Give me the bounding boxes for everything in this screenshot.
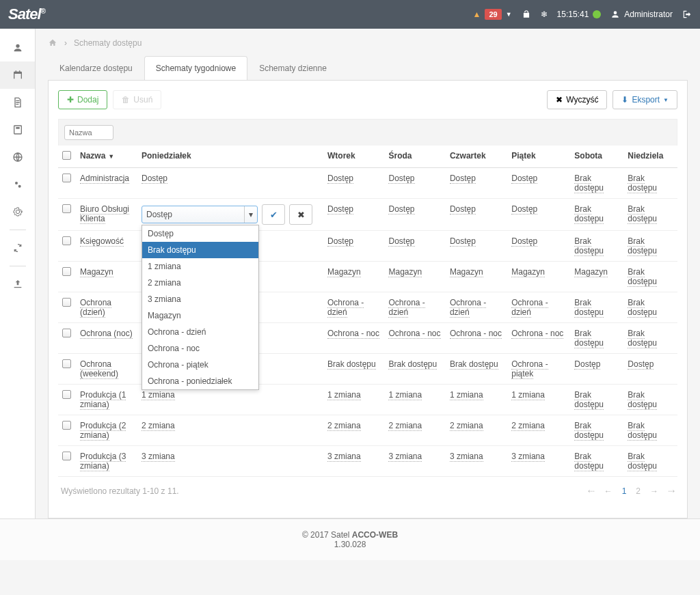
unlock-icon[interactable] bbox=[522, 10, 531, 19]
cell-thu[interactable]: Magazyn bbox=[450, 267, 483, 277]
col-wed[interactable]: Środa bbox=[384, 146, 445, 168]
cell-sun[interactable]: Dostęp bbox=[628, 359, 654, 370]
col-sat[interactable]: Sobota bbox=[570, 146, 623, 168]
cell-sun[interactable]: Brak dostępu bbox=[628, 298, 657, 318]
sidebar-config[interactable] bbox=[0, 198, 35, 225]
delete-button[interactable]: 🗑 Usuń bbox=[113, 90, 161, 109]
tab-weekly[interactable]: Schematy tygodniowe bbox=[144, 56, 247, 80]
pager-page-1[interactable]: 1 bbox=[622, 486, 627, 496]
cell-wed[interactable]: Brak dostępu bbox=[388, 359, 437, 370]
sidebar-users[interactable] bbox=[0, 34, 35, 61]
cell-sat[interactable]: Brak dostępu bbox=[574, 421, 604, 441]
clear-button[interactable]: ✖ Wyczyść bbox=[547, 90, 607, 109]
cell-thu[interactable]: Dostęp bbox=[450, 204, 476, 215]
cell-name[interactable]: Ochrona (noc) bbox=[80, 329, 133, 339]
cell-tue[interactable]: Dostęp bbox=[327, 204, 353, 215]
sidebar-upload[interactable] bbox=[0, 271, 35, 298]
cell-fri[interactable]: Magazyn bbox=[511, 267, 545, 277]
pager-prev-icon[interactable]: ← bbox=[604, 486, 612, 496]
cell-tue[interactable]: Magazyn bbox=[327, 267, 361, 277]
export-button[interactable]: ⬇ Eksport ▼ bbox=[612, 90, 677, 109]
row-checkbox[interactable] bbox=[62, 359, 71, 368]
cell-mon[interactable]: 1 zmiana bbox=[142, 390, 175, 400]
row-checkbox[interactable] bbox=[62, 329, 71, 337]
col-thu[interactable]: Czwartek bbox=[446, 146, 507, 168]
tab-calendars[interactable]: Kalendarze dostępu bbox=[48, 56, 144, 80]
col-fri[interactable]: Piątek bbox=[507, 146, 570, 168]
row-checkbox[interactable] bbox=[62, 174, 71, 182]
pager-page-2[interactable]: 2 bbox=[636, 486, 641, 496]
row-checkbox[interactable] bbox=[62, 390, 71, 399]
cell-thu[interactable]: Ochrona - noc bbox=[450, 329, 502, 339]
logout-button[interactable] bbox=[682, 10, 692, 19]
cell-name[interactable]: Produkcja (2 zmiana) bbox=[80, 421, 126, 441]
cell-tue[interactable]: 1 zmiana bbox=[327, 390, 361, 400]
home-icon[interactable] bbox=[48, 38, 57, 48]
cancel-button[interactable]: ✖ bbox=[289, 204, 312, 225]
pager-last-icon[interactable]: ⤏ bbox=[668, 486, 675, 496]
pager-next-icon[interactable]: → bbox=[650, 486, 658, 496]
cell-name[interactable]: Księgowość bbox=[80, 236, 124, 247]
cell-thu[interactable]: Brak dostępu bbox=[450, 359, 498, 370]
dropdown-option[interactable]: Dostęp bbox=[142, 225, 258, 242]
cell-wed[interactable]: Ochrona - noc bbox=[388, 329, 440, 339]
dropdown-option[interactable]: Magazyn bbox=[142, 307, 258, 324]
cell-sat[interactable]: Brak dostępu bbox=[574, 329, 604, 348]
dropdown-option[interactable]: Ochrona - piątek bbox=[142, 357, 258, 373]
cell-thu[interactable]: 3 zmiana bbox=[450, 452, 483, 462]
cell-thu[interactable]: Dostęp bbox=[450, 174, 476, 184]
col-name[interactable]: Nazwa▼ bbox=[76, 146, 137, 168]
cell-thu[interactable]: 1 zmiana bbox=[450, 390, 483, 400]
cell-wed[interactable]: 1 zmiana bbox=[388, 390, 422, 400]
cell-thu[interactable]: Ochrona - dzień bbox=[450, 298, 486, 318]
cell-tue[interactable]: Brak dostępu bbox=[327, 359, 376, 370]
row-checkbox[interactable] bbox=[62, 204, 71, 213]
cell-wed[interactable]: Magazyn bbox=[388, 267, 422, 277]
select-all-checkbox[interactable] bbox=[62, 151, 71, 160]
cell-wed[interactable]: 2 zmiana bbox=[388, 421, 422, 431]
cell-sun[interactable]: Brak dostępu bbox=[628, 421, 657, 441]
cell-tue[interactable]: Ochrona - dzień bbox=[327, 298, 364, 318]
cell-sun[interactable]: Brak dostępu bbox=[628, 267, 657, 287]
cell-name[interactable]: Ochrona (weekend) bbox=[80, 359, 118, 379]
cell-thu[interactable]: 2 zmiana bbox=[450, 421, 483, 431]
row-checkbox[interactable] bbox=[62, 452, 71, 460]
cell-mon[interactable]: 2 zmiana bbox=[142, 421, 175, 431]
cell-wed[interactable]: Dostęp bbox=[388, 204, 414, 215]
cell-sat[interactable]: Magazyn bbox=[574, 267, 608, 277]
cell-name[interactable]: Produkcja (3 zmiana) bbox=[80, 452, 126, 471]
sidebar-document[interactable] bbox=[0, 89, 35, 116]
cell-fri[interactable]: Ochrona - dzień bbox=[511, 298, 548, 318]
confirm-button[interactable]: ✔ bbox=[262, 204, 285, 225]
cell-tue[interactable]: Dostęp bbox=[327, 174, 353, 184]
cell-tue[interactable]: Ochrona - noc bbox=[327, 329, 379, 339]
dropdown-option[interactable]: Brak dostępu bbox=[142, 242, 258, 258]
cell-name[interactable]: Ochrona (dzień) bbox=[80, 298, 111, 318]
name-filter-input[interactable] bbox=[64, 125, 113, 140]
cell-fri[interactable]: Ochrona - piątek bbox=[511, 359, 548, 379]
col-sun[interactable]: Niedziela bbox=[623, 146, 677, 168]
dropdown-option[interactable]: Ochrona - dzień bbox=[142, 324, 258, 340]
cell-wed[interactable]: 3 zmiana bbox=[388, 452, 422, 462]
tab-daily[interactable]: Schematy dzienne bbox=[247, 56, 338, 80]
cell-sat[interactable]: Brak dostępu bbox=[574, 452, 604, 471]
cell-wed[interactable]: Ochrona - dzień bbox=[388, 298, 425, 318]
cell-wed[interactable]: Dostęp bbox=[388, 236, 414, 247]
row-checkbox[interactable] bbox=[62, 236, 71, 245]
cell-fri[interactable]: Dostęp bbox=[511, 174, 537, 184]
cell-thu[interactable]: Dostęp bbox=[450, 236, 476, 247]
cell-sat[interactable]: Brak dostępu bbox=[574, 236, 604, 256]
cell-sun[interactable]: Brak dostępu bbox=[628, 329, 657, 348]
cell-sat[interactable]: Brak dostępu bbox=[574, 204, 604, 224]
cell-fri[interactable]: 2 zmiana bbox=[511, 421, 545, 431]
cell-sat[interactable]: Brak dostępu bbox=[574, 298, 604, 318]
pager-first-icon[interactable]: ⤎ bbox=[588, 486, 595, 496]
snowflake-icon[interactable]: ❄ bbox=[541, 10, 548, 19]
row-checkbox[interactable] bbox=[62, 267, 71, 276]
cell-sat[interactable]: Brak dostępu bbox=[574, 174, 604, 193]
sidebar-devices[interactable] bbox=[0, 116, 35, 143]
dropdown-option[interactable]: Ochrona - noc bbox=[142, 340, 258, 357]
cell-name[interactable]: Administracja bbox=[80, 174, 129, 184]
cell-fri[interactable]: 3 zmiana bbox=[511, 452, 545, 462]
cell-fri[interactable]: Ochrona - noc bbox=[511, 329, 563, 339]
